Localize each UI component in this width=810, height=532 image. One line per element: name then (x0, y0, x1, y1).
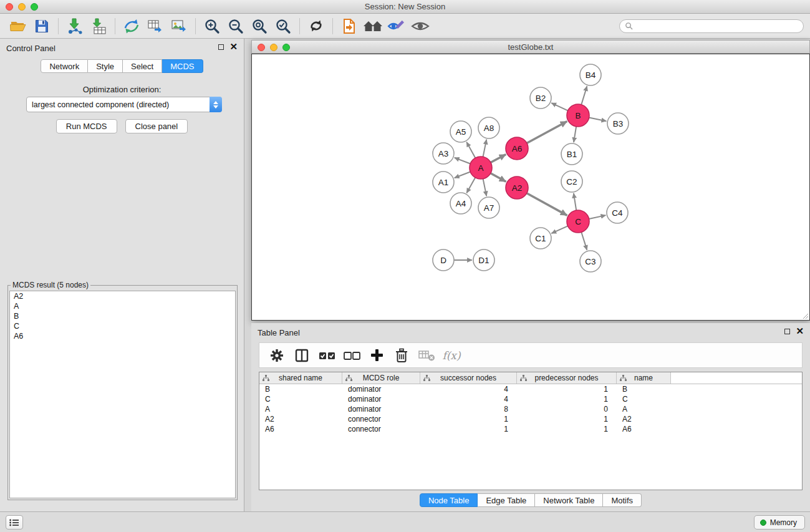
network-share-button[interactable] (120, 17, 143, 36)
table-cell[interactable]: 1 (420, 425, 517, 433)
open-folder-button[interactable] (6, 17, 30, 36)
tab-mcds[interactable]: MCDS (162, 59, 203, 73)
network-zoom-button[interactable] (282, 44, 290, 51)
table-row[interactable]: A6connector11A6 (259, 424, 802, 434)
float-panel-icon[interactable] (218, 44, 224, 50)
graph-node-B3[interactable]: B3 (607, 113, 629, 134)
table-cell[interactable]: 0 (517, 405, 617, 414)
table-cell[interactable]: dominator (342, 405, 420, 414)
graph-node-A[interactable]: A (470, 157, 492, 179)
graph-node-B2[interactable]: B2 (530, 87, 551, 109)
edge-B-B3[interactable] (589, 118, 607, 122)
zoom-fit-button[interactable] (248, 17, 271, 36)
select-all-columns-button[interactable] (316, 346, 338, 365)
table-row[interactable]: Cdominator41C (259, 394, 802, 404)
import-network-button[interactable] (63, 17, 87, 36)
run-mcds-button[interactable]: Run MCDS (56, 119, 117, 133)
edge-B-B1[interactable] (574, 127, 576, 142)
edge-A-A4[interactable] (466, 178, 475, 193)
search-input[interactable] (636, 22, 798, 31)
task-history-button[interactable] (6, 515, 23, 530)
tab-node-table[interactable]: Node Table (420, 493, 478, 507)
table-cell[interactable]: connector (342, 415, 420, 423)
table-cell[interactable]: 8 (420, 405, 517, 414)
table-row[interactable]: Bdominator41B (259, 384, 802, 394)
tab-network-table[interactable]: Network Table (535, 493, 603, 507)
edge-C-C3[interactable] (581, 232, 587, 250)
memory-button[interactable]: Memory (754, 515, 805, 530)
edge-C-C2[interactable] (574, 193, 576, 210)
minimize-window-button[interactable] (18, 3, 26, 11)
zoom-in-button[interactable] (200, 17, 224, 36)
tab-edge-table[interactable]: Edge Table (478, 493, 535, 507)
clone-table-button[interactable] (143, 17, 167, 36)
mcds-list-item[interactable]: B (10, 311, 235, 321)
graph-node-B4[interactable]: B4 (580, 64, 601, 85)
graph-node-A7[interactable]: A7 (478, 197, 499, 218)
column-header-shared-name[interactable]: shared name (259, 372, 342, 384)
table-cell[interactable]: 4 (420, 395, 517, 404)
graph-node-B1[interactable]: B1 (561, 143, 582, 165)
edge-C-C4[interactable] (589, 215, 606, 219)
table-cell[interactable]: B (617, 385, 671, 394)
table-cell[interactable]: 1 (420, 415, 517, 423)
table-row[interactable]: A2connector11A2 (259, 414, 802, 424)
column-header-successor-nodes[interactable]: successor nodes (420, 372, 517, 384)
edge-C-C1[interactable] (551, 226, 567, 233)
graph-node-A8[interactable]: A8 (478, 117, 499, 138)
zoom-selected-button[interactable] (271, 17, 295, 36)
table-cell[interactable]: dominator (342, 385, 420, 394)
graph-node-B[interactable]: B (567, 104, 589, 127)
import-table-button[interactable] (87, 17, 110, 36)
export-image-button[interactable] (167, 17, 191, 36)
tab-style[interactable]: Style (88, 59, 123, 73)
table-cell[interactable]: C (259, 395, 342, 404)
float-table-panel-icon[interactable] (784, 329, 790, 334)
table-cell[interactable]: A6 (617, 425, 671, 433)
tab-motifs[interactable]: Motifs (603, 493, 642, 507)
graph-node-C[interactable]: C (567, 210, 589, 233)
network-minimize-button[interactable] (270, 44, 277, 51)
graphics-details-button[interactable] (385, 17, 408, 36)
table-cell[interactable]: A6 (259, 425, 342, 433)
edge-B-B4[interactable] (581, 86, 587, 105)
tab-network[interactable]: Network (41, 59, 88, 73)
edge-A-A3[interactable] (455, 158, 470, 164)
edge-A-A2[interactable] (491, 173, 506, 182)
recent-document-button[interactable] (337, 17, 361, 36)
graph-node-A3[interactable]: A3 (433, 143, 454, 164)
graph-node-C4[interactable]: C4 (607, 202, 628, 223)
mcds-result-list[interactable]: A2ABCA6 (9, 291, 236, 498)
first-neighbors-button[interactable] (361, 17, 385, 36)
table-cell[interactable]: A2 (617, 415, 671, 423)
graph-node-C1[interactable]: C1 (530, 228, 551, 249)
network-window-titlebar[interactable]: testGlobe.txt (251, 40, 810, 54)
table-cell[interactable]: 1 (517, 415, 617, 423)
search-box[interactable] (619, 19, 804, 33)
zoom-window-button[interactable] (31, 3, 38, 11)
refresh-button[interactable] (304, 17, 328, 36)
save-session-button[interactable] (30, 17, 54, 36)
graph-node-C3[interactable]: C3 (580, 251, 601, 272)
node-table[interactable]: shared nameMCDS rolesuccessor nodesprede… (259, 372, 803, 490)
show-columns-button[interactable] (291, 346, 313, 365)
close-window-button[interactable] (6, 3, 13, 11)
tab-select[interactable]: Select (123, 59, 162, 73)
graph-node-A4[interactable]: A4 (450, 193, 471, 214)
table-cell[interactable]: connector (342, 425, 420, 433)
edge-A-A5[interactable] (466, 142, 475, 158)
edge-B-B2[interactable] (551, 103, 567, 110)
column-header-MCDS-role[interactable]: MCDS role (342, 372, 420, 384)
table-row[interactable]: Adominator80A (259, 404, 802, 414)
edge-A-A8[interactable] (483, 140, 487, 157)
close-panel-icon[interactable]: ✕ (229, 44, 238, 50)
edge-A-A7[interactable] (483, 179, 487, 196)
table-cell[interactable]: 1 (517, 385, 617, 394)
edge-A2-C[interactable] (527, 193, 567, 216)
delete-column-button[interactable] (390, 346, 413, 365)
criterion-dropdown[interactable]: largest connected component (directed) (26, 97, 222, 112)
graph-node-A5[interactable]: A5 (450, 121, 471, 142)
zoom-out-button[interactable] (224, 17, 248, 36)
function-builder-button[interactable]: f(x) (440, 346, 463, 365)
edge-A-A1[interactable] (455, 172, 470, 178)
